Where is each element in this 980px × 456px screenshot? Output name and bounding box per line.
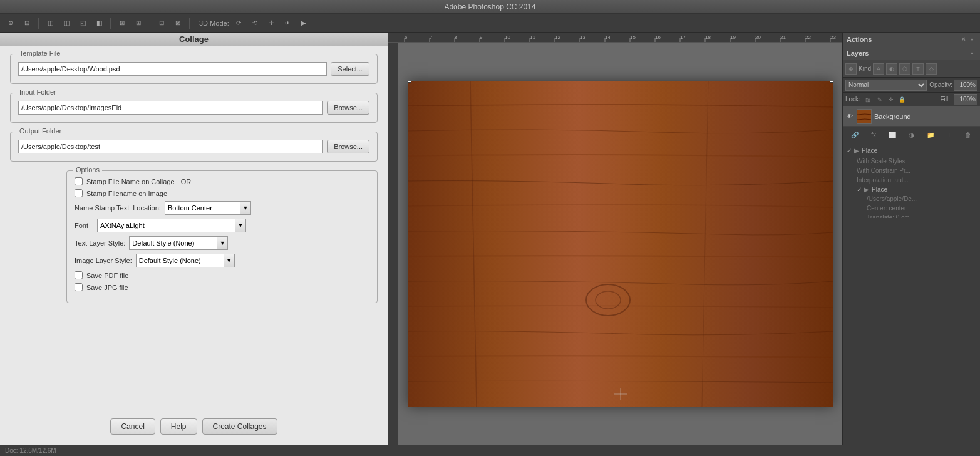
toolbar-btn-6[interactable]: ◧ (92, 16, 106, 30)
blend-mode-row: Normal Opacity: (843, 78, 980, 93)
svg-text:8: 8 (455, 34, 458, 40)
toolbar-btn-8[interactable]: ⊞ (132, 16, 145, 30)
toolbar-3d-btn-5[interactable]: ▶ (297, 16, 311, 30)
create-collages-button[interactable]: Create Collages (202, 418, 277, 435)
layers-filter-icon[interactable]: ⊕ (845, 63, 857, 75)
help-button[interactable]: Help (160, 418, 197, 435)
blend-mode-select[interactable]: Normal (845, 80, 927, 91)
input-folder-input[interactable] (18, 101, 323, 115)
layers-type-btn[interactable]: A (873, 63, 884, 75)
toolbar-btn-9[interactable]: ⊡ (155, 16, 168, 30)
toolbar-3d-btn-3[interactable]: ✛ (264, 16, 278, 30)
template-select-btn[interactable]: Select... (331, 62, 369, 76)
main-toolbar: ⊕ ⊟ ◫ ◫ ◱ ◧ ⊞ ⊞ ⊡ ⊠ 3D Mode: ⟳ ⟲ ✛ ✈ ▶ (0, 14, 980, 33)
stamp-file-name-checkbox[interactable] (75, 177, 83, 185)
text-layer-style-input[interactable] (129, 236, 217, 250)
toolbar-sep-2 (110, 18, 111, 29)
toolbar-btn-10[interactable]: ⊠ (171, 16, 185, 30)
input-folder-legend: Input Folder (17, 88, 59, 96)
layer-visibility-icon[interactable]: 👁 (845, 112, 854, 121)
toolbar-btn-4[interactable]: ◫ (59, 16, 73, 30)
toolbar-btn-1[interactable]: ⊕ (4, 16, 18, 30)
lock-transparency-btn[interactable]: ▨ (864, 95, 873, 104)
actions-line-3: Interpolation: aut... (857, 175, 976, 185)
layers-folder-btn[interactable]: 📁 (925, 130, 936, 141)
stamp-file-name-label[interactable]: Stamp File Name on Collage (86, 178, 175, 185)
location-input[interactable] (165, 201, 240, 215)
status-text: Doc: 12.6M/12.6M (5, 447, 56, 454)
layers-adj-btn[interactable]: ◑ (905, 130, 917, 141)
layers-delete-btn[interactable]: 🗑 (962, 130, 974, 141)
svg-text:16: 16 (655, 34, 661, 40)
app-title: Adobe Photoshop CC 2014 (444, 3, 535, 11)
stamp-filename-label[interactable]: Stamp Filename on Image (86, 190, 167, 197)
cancel-button[interactable]: Cancel (110, 418, 155, 435)
layers-expand-btn[interactable]: » (967, 49, 976, 58)
actions-title: Actions (847, 36, 872, 43)
layers-link-btn[interactable]: 🔗 (849, 130, 860, 141)
font-dropdown-btn[interactable]: ▼ (235, 219, 246, 232)
layers-vec-btn[interactable]: ◇ (926, 63, 937, 75)
save-pdf-checkbox[interactable] (75, 271, 83, 279)
checkmark-1: ✓ (847, 146, 852, 155)
layer-background-item[interactable]: 👁 Background (843, 106, 980, 127)
dialog-body: Template File Select... Input Folder Bro… (0, 46, 388, 411)
image-layer-style-row: Image Layer Style: ▼ (75, 254, 369, 267)
layers-mask-btn[interactable]: ⬜ (887, 130, 898, 141)
font-input[interactable] (97, 219, 235, 232)
svg-text:19: 19 (730, 34, 736, 40)
actions-line-6: Translate: 0 cm, ... (857, 213, 976, 218)
toolbar-btn-5[interactable]: ◱ (76, 16, 90, 30)
fill-input[interactable] (954, 94, 977, 105)
svg-text:21: 21 (780, 34, 786, 40)
text-layer-style-dropdown-btn[interactable]: ▼ (217, 236, 228, 250)
toolbar-3d-btn-1[interactable]: ⟳ (232, 16, 245, 30)
actions-close-btn[interactable]: × (962, 35, 966, 44)
image-layer-style-input[interactable] (136, 254, 224, 267)
layers-new-btn[interactable]: + (944, 130, 955, 141)
opacity-label: Opacity: (929, 81, 952, 88)
name-stamp-row: Name Stamp Text Location: ▼ (75, 201, 369, 215)
ruler-h-svg: 6 7 8 9 10 11 12 13 14 15 16 17 18 19 20… (398, 33, 842, 43)
save-pdf-label[interactable]: Save PDF file (86, 272, 128, 279)
svg-text:11: 11 (530, 34, 535, 40)
selection-handle-tl[interactable] (408, 81, 411, 83)
layers-fx-btn[interactable]: fx (868, 130, 879, 141)
location-combo: ▼ (165, 201, 251, 215)
toolbar-btn-2[interactable]: ⊟ (20, 16, 34, 30)
font-combo: ▼ (97, 219, 246, 232)
layers-panel: Layers » ⊕ Kind A ◐ ⬡ T ◇ Normal (843, 46, 980, 445)
lock-all-btn[interactable]: 🔒 (898, 95, 907, 104)
save-jpg-checkbox[interactable] (75, 283, 83, 291)
actions-info-details: With Scale Styles With Constrain Pr... I… (847, 157, 976, 218)
layers-adj-btn[interactable]: ◐ (886, 63, 897, 75)
lock-paint-btn[interactable]: ✎ (875, 95, 884, 104)
layers-kind-label: Kind (859, 65, 871, 72)
lock-icons: ▨ ✎ ✛ 🔒 (864, 95, 907, 104)
location-dropdown-btn[interactable]: ▼ (240, 201, 251, 215)
ruler-row: 6 7 8 9 10 11 12 13 14 15 16 17 18 19 20… (388, 33, 842, 43)
image-layer-style-combo: ▼ (136, 254, 235, 267)
svg-rect-0 (398, 33, 842, 43)
save-jpg-label[interactable]: Save JPG file (86, 284, 128, 291)
svg-text:10: 10 (505, 34, 510, 40)
layers-text-btn[interactable]: T (912, 63, 924, 75)
toolbar-btn-7[interactable]: ⊞ (115, 16, 129, 30)
template-file-input[interactable] (18, 62, 327, 76)
selection-handle-tr[interactable] (830, 81, 833, 83)
output-folder-browse-btn[interactable]: Browse... (327, 140, 369, 153)
svg-text:12: 12 (555, 34, 560, 40)
svg-rect-44 (857, 110, 872, 124)
stamp-filename-checkbox[interactable] (75, 189, 83, 197)
toolbar-3d-btn-2[interactable]: ⟲ (248, 16, 262, 30)
lock-position-btn[interactable]: ✛ (887, 95, 895, 104)
svg-rect-41 (408, 81, 833, 407)
image-layer-style-dropdown-btn[interactable]: ▼ (224, 254, 235, 267)
input-folder-browse-btn[interactable]: Browse... (327, 101, 369, 115)
layers-smart-btn[interactable]: ⬡ (899, 63, 910, 75)
output-folder-input[interactable] (18, 140, 323, 153)
toolbar-3d-btn-4[interactable]: ✈ (281, 16, 294, 30)
opacity-input[interactable] (954, 80, 977, 91)
toolbar-btn-3[interactable]: ◫ (43, 16, 57, 30)
actions-expand-btn[interactable]: » (967, 35, 976, 44)
